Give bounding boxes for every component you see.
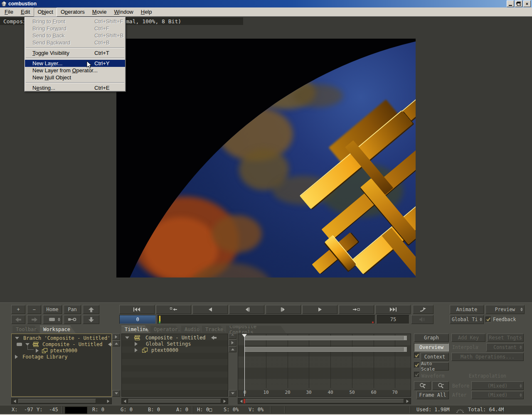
minimize-button[interactable] [507,0,514,7]
tab-audio[interactable]: Audio [181,326,202,333]
go-to-end-button[interactable] [375,305,411,314]
menu-edit[interactable]: Edit [17,7,34,17]
waveform-checkbox[interactable] [414,372,420,378]
menu-item-send-backward[interactable]: Send Backward Ctrl+B [25,39,125,46]
scroll-left-icon[interactable] [12,398,18,404]
playhead-marker[interactable] [242,334,247,340]
scroll-right-icon[interactable] [222,398,228,404]
graph-h-scrollbar[interactable] [238,398,411,404]
tab-composite-controls[interactable]: Composite Controls [226,326,286,333]
preview-dropdown[interactable]: Preview [485,305,525,314]
schematic-view-button[interactable] [64,315,81,324]
menu-item-new-layer[interactable]: New Layer... Ctrl+Y [25,60,125,67]
scroll-left-icon[interactable] [122,398,128,404]
go-to-out-point-button[interactable] [339,305,374,314]
math-operations-button[interactable]: Math Operations... [451,353,524,361]
interpolation-dropdown[interactable]: Constant [486,343,524,351]
before-dropdown[interactable]: (Mixed) [471,381,524,390]
menu-file[interactable]: File [1,7,17,17]
home-button[interactable]: Home [43,305,62,314]
step-back-button[interactable] [229,305,264,314]
auto-scale-checkbox[interactable] [414,362,420,368]
zoom-out-button[interactable]: − [27,305,41,314]
timeline-scroll-top-button[interactable]: ^ [229,334,236,339]
menu-item-toggle-visibility[interactable]: Toggle Visibility Ctrl+T [25,49,125,56]
scroll-thumb[interactable] [18,399,96,403]
reset-tangents-button[interactable]: Reset Tngts [487,334,524,342]
menu-item-new-layer-from-operator[interactable]: New Layer from Operator... [25,67,125,74]
overview-button[interactable]: Overview [414,343,449,351]
audio-mute-button[interactable] [411,315,433,324]
timeline-row-ptext[interactable]: ptext0000 [122,347,178,353]
scroll-thumb[interactable] [128,399,221,403]
nav-forward-button[interactable] [27,315,41,324]
tab-tracker[interactable]: Tracker [202,326,226,333]
timeline-tree-h-scrollbar[interactable] [121,398,228,404]
timeline-row-global-settings[interactable]: Global Settings [122,341,191,347]
pan-button[interactable]: Pan [64,305,81,314]
workspace-row-composite[interactable]: Composite - Untitled [12,341,112,347]
menu-operators[interactable]: Operators [57,7,89,17]
scroll-thumb[interactable] [246,399,404,403]
context-button[interactable]: Context [421,353,449,361]
tab-timeline[interactable]: Timeline [121,326,150,333]
timeline-scrub-bar[interactable] [158,315,375,324]
scroll-right-icon[interactable] [404,398,411,404]
expand-triangle-icon[interactable] [15,355,18,359]
menu-help[interactable]: Help [137,7,156,17]
timeline-scroll-right-button[interactable] [229,339,236,346]
collapse-triangle-icon[interactable] [15,337,19,339]
workspace-h-scrollbar[interactable] [11,398,112,404]
timeline-row-composite[interactable]: Composite - Untitled [122,334,217,341]
play-from-in-point-button[interactable] [156,305,191,314]
workspace-scroll-right-button[interactable] [112,334,120,340]
playhead[interactable] [244,334,245,396]
close-button[interactable]: × [523,0,531,7]
timeline-graph[interactable]: 0 10 20 30 40 50 60 70 [238,334,411,397]
play-button[interactable] [302,305,337,314]
tab-workspace[interactable]: Workspace [40,326,76,333]
graph-zoom-in-button[interactable] [414,381,431,390]
collapse-triangle-icon[interactable] [125,336,129,339]
current-frame-field[interactable]: 0 [119,315,156,324]
workspace-scroll-up-button[interactable] [112,340,120,346]
timeline-scroll-up-button[interactable] [229,346,236,352]
after-dropdown[interactable]: (Mixed) [471,391,524,399]
playback-mode-button[interactable] [413,305,433,314]
surface-box-icon[interactable] [17,343,22,346]
collapse-triangle-icon[interactable] [25,343,30,346]
total-frames-field[interactable]: 75 [377,315,409,324]
graph-button[interactable]: Graph [414,334,449,342]
tab-operators[interactable]: Operators [150,326,181,333]
panel-down-button[interactable] [83,315,99,324]
expand-triangle-icon[interactable] [135,342,138,346]
menu-window[interactable]: Window [111,7,137,17]
add-key-button[interactable]: Add Key [451,334,485,342]
workspace-row-branch[interactable]: Branch 'Composite - Untitled' [12,335,111,341]
global-time-dropdown[interactable]: Global Time [450,315,484,324]
scroll-right-icon[interactable] [105,398,111,404]
tab-toolbar[interactable]: Toolbar [12,326,40,333]
workspace-row-ptext[interactable]: ptext0000 [12,347,77,354]
step-forward-button[interactable] [266,305,301,314]
display-surface-spinner[interactable] [58,318,60,322]
duration-bar-ptext[interactable] [244,347,407,352]
auto-scale-button[interactable]: Auto Scale [421,362,449,371]
graph-zoom-out-button[interactable] [432,381,449,390]
viewport-image[interactable] [116,39,416,277]
menu-item-bring-to-front[interactable]: Bring to Front Ctrl+Shift+F [25,18,125,25]
zoom-in-button[interactable]: + [11,305,25,314]
workspace-scroll-down-button[interactable] [112,390,120,397]
expand-triangle-icon[interactable] [36,349,39,353]
nav-back-button[interactable] [11,315,25,324]
restore-button[interactable] [515,0,522,7]
context-checkbox[interactable] [414,353,420,359]
timeline-scroll-down-button[interactable] [229,390,236,397]
feedback-checkbox[interactable] [485,317,491,322]
title-bar[interactable]: combustion × [0,0,532,7]
panel-up-button[interactable] [83,305,99,314]
workspace-row-footage-library[interactable]: Footage Library [12,354,67,360]
go-to-start-button[interactable] [119,305,155,314]
menu-item-nesting[interactable]: Nesting... Ctrl+E [25,84,125,91]
frame-all-button[interactable]: Frame All [416,391,449,399]
